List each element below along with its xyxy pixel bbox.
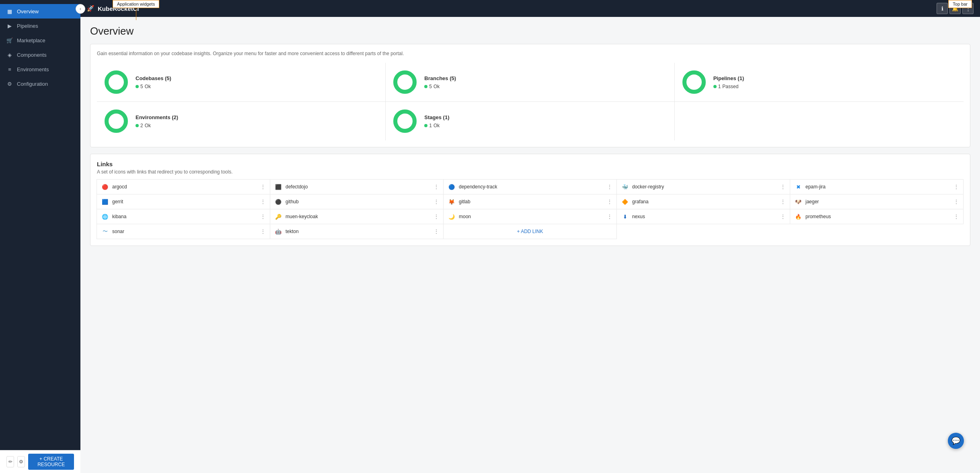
sidebar-item-pipelines[interactable]: ▶ Pipelines xyxy=(0,19,80,33)
link-docker-registry-menu[interactable]: ⋮ xyxy=(780,184,786,190)
link-kibana-menu[interactable]: ⋮ xyxy=(260,213,266,220)
link-gitlab-menu[interactable]: ⋮ xyxy=(607,198,612,205)
widget-branches[interactable]: Branches (5) 5 Ok xyxy=(386,63,674,102)
sidebar-item-configuration[interactable]: ⚙ Configuration xyxy=(0,76,80,91)
info-button[interactable]: ℹ xyxy=(937,3,948,14)
link-epam-jira[interactable]: ✖ epam-jira ⋮ xyxy=(790,179,964,194)
widgets-section: Gain essential information on your codeb… xyxy=(90,44,970,147)
link-tekton-menu[interactable]: ⋮ xyxy=(434,228,439,235)
link-jaeger[interactable]: 🐶 jaeger ⋮ xyxy=(790,194,964,209)
settings-icon-button[interactable]: ⚙ xyxy=(17,456,25,467)
link-sonar[interactable]: 〜 sonar ⋮ xyxy=(97,224,270,239)
muen-keycloak-icon: 🔑 xyxy=(274,213,282,221)
codebases-status: Ok xyxy=(145,84,151,89)
link-gerrit[interactable]: 🟦 gerrit ⋮ xyxy=(97,194,270,209)
link-github[interactable]: ⚫ github ⋮ xyxy=(270,194,444,209)
widget-environments-stat: 2 Ok xyxy=(136,123,178,128)
bell-button[interactable]: 🔔 xyxy=(949,3,961,14)
link-argocd-menu[interactable]: ⋮ xyxy=(260,184,266,190)
link-epam-jira-menu[interactable]: ⋮ xyxy=(953,184,959,190)
chat-assistant-button[interactable]: 💬 xyxy=(948,433,964,449)
link-dependency-track-menu[interactable]: ⋮ xyxy=(607,184,612,190)
defectdojo-icon: ⬛ xyxy=(274,183,282,191)
dependency-track-icon: 🔵 xyxy=(448,183,456,191)
donut-codebases xyxy=(103,69,129,95)
link-gitlab-name: gitlab xyxy=(459,199,470,204)
link-gerrit-menu[interactable]: ⋮ xyxy=(260,198,266,205)
link-gitlab[interactable]: 🦊 gitlab ⋮ xyxy=(443,194,617,209)
link-kibana[interactable]: 🌐 kibana ⋮ xyxy=(97,209,270,224)
create-resource-button[interactable]: + CREATE RESOURCE xyxy=(28,454,74,470)
link-defectdojo-left: ⬛ defectdojo xyxy=(274,183,308,191)
main-area: 🚀 KubeRocketCI ℹ 🔔 ⋮ Overview Gain essen xyxy=(80,0,980,473)
link-defectdojo-menu[interactable]: ⋮ xyxy=(434,184,439,190)
link-defectdojo[interactable]: ⬛ defectdojo ⋮ xyxy=(270,179,444,194)
widget-environments[interactable]: Environments (2) 2 Ok xyxy=(97,102,386,140)
link-muen-keycloak-menu[interactable]: ⋮ xyxy=(434,213,439,220)
environments-count: 2 xyxy=(140,123,143,128)
link-prometheus-menu[interactable]: ⋮ xyxy=(953,213,959,220)
configuration-icon: ⚙ xyxy=(6,81,13,87)
brand-name: KubeRocketCI xyxy=(98,5,139,12)
link-dependency-track[interactable]: 🔵 dependency-track ⋮ xyxy=(443,179,617,194)
status-dot-pipelines xyxy=(713,85,717,88)
widget-branches-info: Branches (5) 5 Ok xyxy=(424,75,456,89)
sidebar-nav: ▦ Overview ▶ Pipelines 🛒 Marketplace ◈ C… xyxy=(0,4,80,450)
link-gerrit-left: 🟦 gerrit xyxy=(101,198,123,206)
widget-stages[interactable]: Stages (1) 1 Ok xyxy=(386,102,674,140)
link-sonar-menu[interactable]: ⋮ xyxy=(260,228,266,235)
widgets-grid: Codebases (5) 5 Ok xyxy=(97,63,964,140)
content: Overview Gain essential information on y… xyxy=(80,17,980,473)
link-jaeger-menu[interactable]: ⋮ xyxy=(953,198,959,205)
widget-branches-title: Branches (5) xyxy=(424,75,456,81)
sidebar-item-marketplace-label: Marketplace xyxy=(17,37,45,43)
link-docker-registry-left: 🐳 docker-registry xyxy=(621,183,664,191)
link-nexus-menu[interactable]: ⋮ xyxy=(780,213,786,220)
overview-icon: ▦ xyxy=(6,8,13,14)
jaeger-icon: 🐶 xyxy=(794,198,802,206)
link-muen-keycloak-left: 🔑 muen-keycloak xyxy=(274,213,318,221)
sidebar-item-overview[interactable]: ▦ Overview xyxy=(0,4,80,19)
sonar-icon: 〜 xyxy=(101,227,109,235)
link-prometheus[interactable]: 🔥 prometheus ⋮ xyxy=(790,209,964,224)
more-button[interactable]: ⋮ xyxy=(962,3,974,14)
link-moon-menu[interactable]: ⋮ xyxy=(607,213,612,220)
link-grafana-menu[interactable]: ⋮ xyxy=(780,198,786,205)
link-docker-registry-name: docker-registry xyxy=(632,184,664,190)
link-argocd-name: argocd xyxy=(112,184,127,190)
link-docker-registry[interactable]: 🐳 docker-registry ⋮ xyxy=(616,179,790,194)
link-grafana[interactable]: 🔶 grafana ⋮ xyxy=(616,194,790,209)
edit-icon-button[interactable]: ✏ xyxy=(6,456,14,467)
grafana-icon: 🔶 xyxy=(621,198,629,206)
pipelines-status: Passed xyxy=(722,84,738,89)
widgets-description: Gain essential information on your codeb… xyxy=(97,51,964,56)
link-github-left: ⚫ github xyxy=(274,198,299,206)
widget-pipelines[interactable]: Pipelines (1) 1 Passed xyxy=(675,63,964,102)
svg-point-5 xyxy=(684,72,704,92)
link-argocd[interactable]: 🔴 argocd ⋮ xyxy=(97,179,270,194)
link-nexus-name: nexus xyxy=(632,214,645,219)
link-github-menu[interactable]: ⋮ xyxy=(434,198,439,205)
sidebar-item-overview-label: Overview xyxy=(17,8,39,14)
link-defectdojo-name: defectdojo xyxy=(286,184,308,190)
link-nexus[interactable]: ⬇ nexus ⋮ xyxy=(616,209,790,224)
widget-stages-info: Stages (1) 1 Ok xyxy=(424,114,449,128)
add-link-button[interactable]: + ADD LINK xyxy=(443,224,617,239)
link-prometheus-name: prometheus xyxy=(805,214,831,219)
sidebar-collapse-button[interactable]: ‹ xyxy=(76,4,85,14)
widget-codebases[interactable]: Codebases (5) 5 Ok xyxy=(97,63,386,102)
pipelines-count: 1 xyxy=(718,84,721,89)
link-epam-jira-left: ✖ epam-jira xyxy=(794,183,826,191)
link-tekton[interactable]: 🤖 tekton ⋮ xyxy=(270,224,444,239)
sidebar-item-marketplace[interactable]: 🛒 Marketplace xyxy=(0,33,80,48)
sidebar-item-components[interactable]: ◈ Components xyxy=(0,48,80,62)
bottom-bar: ✏ ⚙ + CREATE RESOURCE xyxy=(0,450,80,473)
link-muen-keycloak[interactable]: 🔑 muen-keycloak ⋮ xyxy=(270,209,444,224)
sidebar: ‹ ▦ Overview ▶ Pipelines 🛒 Marketplace ◈… xyxy=(0,0,80,473)
docker-registry-icon: 🐳 xyxy=(621,183,629,191)
link-kibana-name: kibana xyxy=(112,214,126,219)
link-moon[interactable]: 🌙 moon ⋮ xyxy=(443,209,617,224)
sidebar-item-environments[interactable]: ≡ Environments xyxy=(0,62,80,76)
links-grid: 🔴 argocd ⋮ ⬛ defectdojo ⋮ xyxy=(97,180,964,239)
link-nexus-left: ⬇ nexus xyxy=(621,213,645,221)
